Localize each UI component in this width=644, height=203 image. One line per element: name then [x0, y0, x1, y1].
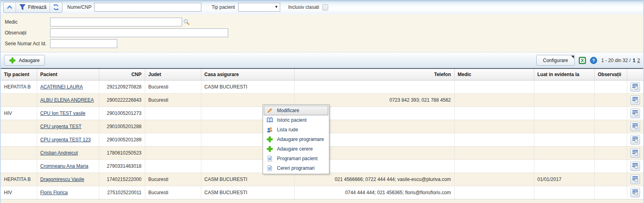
cell-luat	[534, 186, 594, 199]
patient-link[interactable]: ALBU ELENA ANDREEA	[40, 97, 94, 103]
row-context-menu-button[interactable]	[630, 109, 640, 118]
excel-export-icon[interactable]: X	[579, 57, 586, 64]
row-context-menu-button[interactable]	[630, 135, 640, 145]
row-context-menu-button[interactable]	[630, 122, 640, 131]
help-icon[interactable]: ?	[590, 57, 597, 64]
list-hand-icon	[632, 149, 639, 156]
list-hand-icon	[632, 162, 639, 169]
column-header-tip-pacient[interactable]: Tip pacient	[1, 69, 37, 80]
patient-link[interactable]: ACATRINEI LAURA	[40, 84, 83, 90]
menu-item-lista-rude[interactable]: Lista rude	[264, 125, 328, 135]
menu-item-label: Programari pacient	[277, 156, 317, 161]
cell-casa: CASM BUCURESTI	[201, 186, 294, 199]
menu-item-cereri-programari[interactable]: Cereri programari	[264, 163, 328, 173]
column-header-luat-in-evidenta[interactable]: Luat in evidenta la	[534, 69, 594, 80]
column-header-judet[interactable]: Judet	[145, 69, 201, 80]
collapse-panel-button[interactable]	[4, 2, 16, 12]
row-context-menu-button[interactable]	[630, 95, 640, 105]
cell-actions	[627, 146, 643, 159]
column-header-telefon[interactable]: Telefon	[294, 69, 454, 80]
cell-cnp: 1740215222000	[99, 173, 145, 186]
menu-item-label: Cereri programari	[277, 165, 315, 171]
filter-button-label: Filtrează	[28, 4, 46, 10]
name-cnp-input[interactable]	[94, 3, 201, 12]
configure-button[interactable]: Configurare	[536, 55, 575, 66]
observatii-input[interactable]	[50, 28, 228, 37]
medic-input[interactable]	[50, 18, 182, 26]
page-number-current[interactable]: 1	[633, 58, 636, 63]
menu-item-label: Lista rude	[277, 127, 298, 133]
cell-luat	[534, 120, 594, 133]
pagination: 1 - 20 din 32 / 1 2	[601, 58, 640, 63]
column-header-cnp[interactable]: CNP	[99, 69, 145, 80]
patient-link[interactable]: CPU urgenta TEST	[40, 124, 82, 129]
cell-pacient: ACATRINEI LAURA	[37, 80, 99, 93]
column-header-pacient[interactable]: Pacient	[37, 69, 99, 80]
cell-tip: HIV	[1, 186, 37, 199]
tip-pacient-select[interactable]: ▼	[238, 3, 280, 12]
menu-item-adaugare-cerere[interactable]: Adaugare cerere	[264, 144, 328, 154]
list-hand-icon	[632, 123, 639, 129]
cell-medic	[454, 159, 534, 173]
filter-button[interactable]: Filtrează	[16, 2, 50, 12]
refresh-button[interactable]	[50, 2, 62, 12]
svg-text:X: X	[581, 58, 584, 62]
serie-numar-act-label: Serie Numar Act Id.	[5, 41, 50, 46]
filter-button-group: Filtrează	[3, 2, 62, 13]
observatii-label: Observații	[5, 30, 50, 36]
table-row: HEPATITA BACATRINEI LAURA2921209270828Bu…	[1, 80, 643, 93]
row-context-menu-button[interactable]	[630, 188, 640, 197]
cell-cnp: 2901005201288	[99, 120, 145, 133]
menu-item-istoric-pacient[interactable]: Istoric pacient	[264, 115, 328, 125]
cell-obs	[594, 159, 627, 173]
cell-pacient: CPU Ion TEST vasile	[37, 107, 99, 120]
table-row: HIVFloris Florica2751025220011BucurestiC…	[1, 186, 643, 199]
patient-link[interactable]: Floris Florica	[40, 190, 68, 195]
cell-telefon	[294, 80, 454, 93]
cell-actions	[627, 133, 643, 146]
patient-link[interactable]: Cristian Andreicut	[40, 150, 78, 156]
cell-medic	[454, 80, 534, 93]
cell-tip	[1, 146, 37, 159]
cell-obs	[594, 186, 627, 199]
patient-link[interactable]: Cromneanu Ana Maria	[40, 163, 88, 169]
row-context-menu-button[interactable]	[630, 82, 640, 92]
patient-link[interactable]: CPU Ion TEST vasile	[40, 111, 86, 116]
inclusiv-clasati-checkbox[interactable]	[322, 4, 328, 10]
cell-pacient: Cromneanu Ana Maria	[37, 159, 99, 173]
cell-judet	[145, 133, 201, 146]
cell-judet	[145, 159, 201, 173]
add-button[interactable]: Adaugare	[4, 55, 45, 66]
row-context-menu-button[interactable]	[630, 175, 640, 184]
cell-judet: Bucuresti	[145, 173, 201, 186]
menu-item-modificare[interactable]: Modificare	[264, 106, 328, 115]
cell-luat	[534, 146, 594, 159]
menu-item-adaugare-programare[interactable]: Adaugare programare	[264, 135, 328, 144]
list-hand-icon	[632, 136, 639, 143]
serie-numar-act-input[interactable]	[50, 39, 117, 48]
column-header-casa-asigurare[interactable]: Casa asigurare	[201, 69, 294, 80]
search-icon[interactable]	[183, 19, 190, 25]
row-context-menu-button[interactable]	[630, 161, 640, 171]
cell-obs	[594, 146, 627, 159]
cell-actions	[627, 93, 643, 107]
menu-item-programari-pacient[interactable]: Programari pacient	[264, 154, 328, 163]
select-dropdown-arrow-icon: ▼	[275, 5, 278, 9]
plus-icon	[267, 146, 273, 152]
patient-list-window: Filtrează Nume/CNP Tip pacient ▼ Inclusi…	[0, 0, 644, 203]
cell-actions	[627, 186, 643, 199]
cell-casa: CASM BUCURESTI	[201, 80, 294, 93]
column-header-observatii[interactable]: Observații	[594, 69, 627, 80]
cell-judet: Bucuresti	[145, 93, 201, 107]
cell-actions	[627, 107, 643, 120]
menu-item-label: Istoric pacient	[277, 117, 307, 123]
column-header-medic[interactable]: Medic	[454, 69, 534, 80]
patient-link[interactable]: CPU urgenta TEST 123	[40, 137, 91, 143]
row-context-menu-button[interactable]	[630, 148, 640, 158]
patient-link[interactable]: Dragomirescu Vasile	[40, 177, 84, 182]
cell-pacient: Floris Florica	[37, 186, 99, 199]
page-number-link[interactable]: 2	[637, 58, 640, 63]
row-context-menu: Modificare Istoric pacient Lista rude	[263, 105, 329, 174]
document-icon	[267, 155, 273, 162]
svg-text:?: ?	[592, 58, 595, 63]
